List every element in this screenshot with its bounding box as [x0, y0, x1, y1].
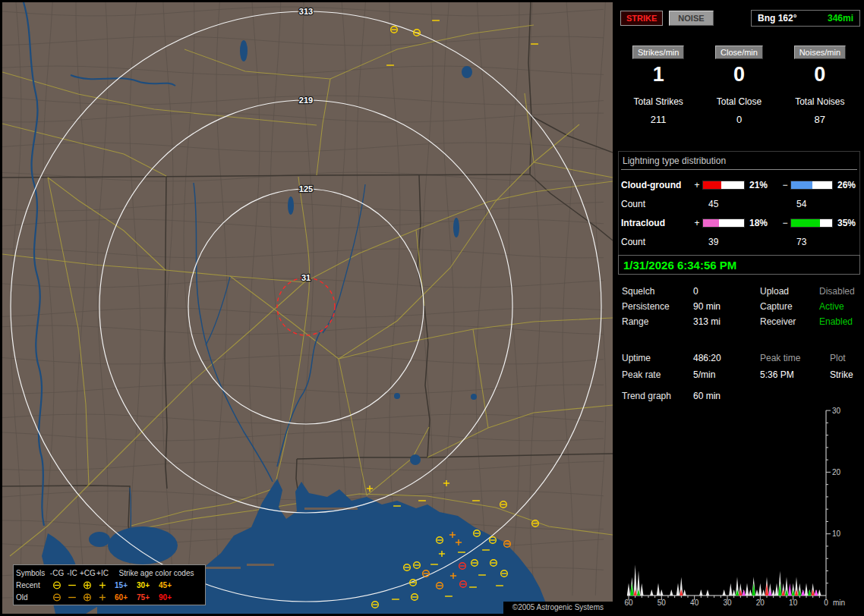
- noise-button[interactable]: NOISE: [669, 11, 713, 26]
- trend-graph: 0102030405060min102030: [616, 404, 862, 612]
- total-noises-label: Total Noises: [780, 96, 860, 107]
- uptime-value: 486:20: [693, 353, 760, 363]
- svg-text:0: 0: [824, 599, 828, 607]
- cg-neg-old-icon: [49, 592, 65, 602]
- close-per-min-value: 0: [698, 63, 779, 86]
- map-canvas[interactable]: 31321912531: [2, 2, 613, 614]
- svg-text:min: min: [833, 599, 845, 607]
- cg-neg-recent-icon: [49, 580, 65, 590]
- ic-pos-bar: [702, 218, 745, 228]
- ring-label: 219: [299, 96, 313, 105]
- datetime-display: 1/31/2026 6:34:56 PM: [618, 255, 860, 275]
- peak-rate-row: Peak rate 5/min 5:36 PM Strike: [618, 366, 860, 383]
- lightning-distribution: Lightning type distribution Cloud-ground…: [618, 151, 860, 258]
- persistence-label: Persistence: [622, 301, 693, 312]
- legend-old-row: Old 60+ 75+ 90+: [16, 591, 203, 603]
- squelch-label: Squelch: [622, 286, 693, 297]
- range-value: 313 mi: [693, 316, 760, 327]
- datetime-value: 1/31/2026 6:34:56 PM: [623, 259, 736, 272]
- total-strikes-label: Total Strikes: [618, 96, 698, 107]
- ring-label: 125: [299, 184, 313, 193]
- age-45: 45+: [154, 581, 176, 589]
- total-strikes-value: 211: [618, 114, 698, 125]
- cg-neg-percent: 26%: [833, 180, 862, 190]
- noises-per-min-button[interactable]: Noises/min: [794, 46, 846, 59]
- plot-header: Plot: [830, 353, 860, 363]
- legend-col-cg-neg: -CG: [49, 569, 65, 577]
- cg-pos-sign: +: [692, 180, 702, 190]
- ic-pos-percent: 18%: [745, 218, 780, 228]
- peak-time-value: 5:36 PM: [760, 369, 830, 380]
- receiver-label: Receiver: [760, 316, 819, 327]
- svg-text:30: 30: [723, 599, 732, 607]
- noises-rate-column: Noises/min 0 Total Noises 87: [780, 45, 860, 125]
- age-75: 75+: [132, 593, 154, 602]
- ic-neg-bar: [790, 218, 833, 228]
- age-90: 90+: [154, 593, 176, 602]
- map-legend: Symbols -CG -IC +CG +IC Strike age color…: [13, 564, 206, 605]
- ic-pos-count: 39: [702, 237, 745, 247]
- legend-recent-row: Recent 15+ 30+ 45+: [16, 579, 203, 591]
- map-view[interactable]: 31321912531 Symbols -CG -IC +CG +IC Stri…: [2, 2, 613, 614]
- ic-pos-sign: +: [692, 218, 702, 228]
- svg-text:10: 10: [832, 530, 841, 538]
- svg-text:50: 50: [657, 599, 667, 607]
- svg-text:60: 60: [624, 599, 633, 607]
- age-60: 60+: [110, 593, 132, 602]
- svg-text:40: 40: [690, 599, 699, 607]
- intracloud-count-row: Count 39 73: [621, 232, 857, 251]
- age-15: 15+: [110, 581, 132, 589]
- cg-pos-percent: 21%: [745, 180, 780, 190]
- uptime-label: Uptime: [622, 353, 693, 363]
- ic-neg-count: 73: [790, 237, 833, 247]
- legend-age-title: Strike age color codes: [110, 569, 203, 577]
- rate-stats: Strikes/min 1 Total Strikes 211 Close/mi…: [618, 45, 860, 125]
- status-panel: STRIKE NOISE Bng 162° 346mi Strikes/min …: [616, 2, 862, 614]
- distribution-title: Lightning type distribution: [621, 155, 857, 170]
- peak-rate-label: Peak rate: [622, 369, 693, 380]
- uptime-row: Uptime 486:20 Peak time Plot: [618, 350, 860, 366]
- legend-header-row: Symbols -CG -IC +CG +IC Strike age color…: [16, 567, 203, 579]
- cg-pos-recent-icon: [80, 580, 95, 590]
- total-noises-value: 87: [780, 114, 860, 125]
- strikes-per-min-value: 1: [618, 63, 698, 86]
- uptime-section: Uptime 486:20 Peak time Plot Peak rate 5…: [618, 350, 860, 383]
- ic-pos-recent-icon: [95, 580, 110, 590]
- cloud-ground-label: Cloud-ground: [621, 180, 692, 190]
- ic-neg-percent: 35%: [833, 218, 862, 228]
- legend-col-ic-pos: +IC: [95, 569, 110, 577]
- ic-pos-old-icon: [95, 592, 110, 602]
- ic-count-label: Count: [621, 237, 692, 247]
- legend-recent-label: Recent: [16, 581, 49, 589]
- noises-per-min-value: 0: [780, 63, 860, 86]
- strikes-per-min-button[interactable]: Strikes/min: [632, 46, 684, 59]
- ring-label: 313: [299, 7, 313, 16]
- svg-text:20: 20: [832, 468, 841, 476]
- range-label: Range: [622, 316, 693, 327]
- cloud-ground-count-row: Count 45 54: [621, 194, 857, 213]
- bearing-readout: Bng 162° 346mi: [751, 10, 860, 27]
- svg-text:20: 20: [756, 599, 765, 607]
- capture-status: Active: [819, 301, 860, 312]
- trend-graph-header: Trend graph 60 min: [622, 391, 721, 401]
- legend-col-ic-neg: -IC: [65, 569, 80, 577]
- lightning-detector-app: 31321912531 Symbols -CG -IC +CG +IC Stri…: [0, 0, 864, 616]
- settings-section: Squelch 0 Upload Disabled Persistence 90…: [618, 284, 860, 329]
- cg-count-label: Count: [621, 199, 692, 209]
- close-per-min-button[interactable]: Close/min: [715, 46, 763, 59]
- total-close-label: Total Close: [698, 96, 779, 107]
- capture-label: Capture: [760, 301, 819, 312]
- trend-graph-label: Trend graph: [622, 391, 693, 401]
- squelch-upload-row: Squelch 0 Upload Disabled: [618, 284, 860, 299]
- trend-window-value: 60 min: [693, 391, 721, 401]
- close-rate-column: Close/min 0 Total Close 0: [698, 45, 779, 125]
- ic-neg-sign: −: [780, 218, 790, 228]
- strike-button[interactable]: STRIKE: [620, 11, 663, 26]
- total-close-value: 0: [698, 114, 779, 125]
- squelch-value: 0: [693, 286, 760, 297]
- upload-status: Disabled: [819, 286, 860, 297]
- copyright-notice: ©2005 Astrogenic Systems: [503, 602, 613, 614]
- cg-neg-bar: [790, 181, 833, 190]
- persistence-capture-row: Persistence 90 min Capture Active: [618, 299, 860, 314]
- ic-neg-recent-icon: [65, 580, 80, 590]
